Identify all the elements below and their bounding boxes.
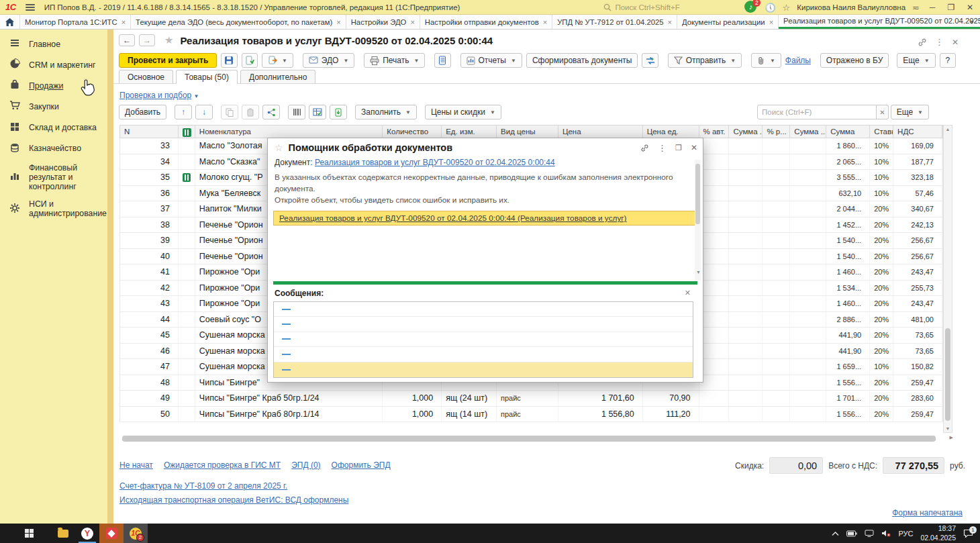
column-header-unit[interactable]: Ед. изм. <box>442 126 497 138</box>
get-link-icon[interactable] <box>918 38 927 47</box>
dialog-link-icon[interactable] <box>640 144 649 152</box>
status-link-2[interactable]: Ожидается проверка в ГИС МТ <box>164 460 281 470</box>
minimize-button[interactable]: ─ <box>926 3 938 12</box>
fill-button[interactable]: Заполнить▼ <box>355 105 417 119</box>
dialog-scrollbar[interactable] <box>695 160 701 281</box>
generate-documents-button[interactable]: Сформировать документы <box>526 53 638 68</box>
column-header-price_unit[interactable]: Цена ед. <box>643 126 699 138</box>
favorites-star-icon[interactable]: ☆ <box>783 3 791 13</box>
window-tab-4[interactable]: Настройки отправки документов× <box>420 15 552 29</box>
dialog-close-icon[interactable]: ✕ <box>691 143 697 152</box>
action-center-button[interactable]: 1 <box>963 529 973 538</box>
scroll-down-icon[interactable]: ▼ <box>944 426 952 431</box>
status-link-3[interactable]: ЭПД (0) <box>291 460 320 470</box>
message-dash-link[interactable] <box>282 324 291 325</box>
vetis-link[interactable]: Исходящая транспортная операция ВетИС: В… <box>119 495 348 505</box>
window-tab-1[interactable]: Монитор Портала 1С:ИТС× <box>20 15 131 29</box>
tab-close-icon[interactable]: × <box>769 18 773 26</box>
invoice-link[interactable]: Счет-фактура № УТ-8109 от 2 апреля 2025 … <box>119 481 287 491</box>
table-search-input[interactable] <box>757 105 877 119</box>
move-up-button[interactable]: ↑ <box>175 105 192 119</box>
dialog-star-icon[interactable]: ☆ <box>275 142 283 153</box>
prices-discounts-button[interactable]: Цены и скидки▼ <box>425 105 501 119</box>
message-row[interactable] <box>274 317 693 332</box>
maximize-button[interactable]: ❐ <box>945 3 957 12</box>
sidebar-item-4[interactable]: Закупки <box>0 96 107 117</box>
column-header-price_type[interactable]: Вид цены <box>497 126 558 138</box>
window-tab-7[interactable]: Реализация товаров и услуг ВДУТ-009520 о… <box>779 15 980 29</box>
column-header-sum[interactable]: Сумма <box>826 126 870 138</box>
back-button[interactable]: ← <box>119 34 135 46</box>
home-tab[interactable] <box>0 15 20 29</box>
column-header-qty[interactable]: Количество <box>383 126 442 138</box>
status-link-1[interactable]: Не начат <box>119 460 153 470</box>
create-based-on-button[interactable]: ▼ <box>262 53 293 68</box>
clock[interactable]: 18:37 02.04.2025 <box>920 524 956 542</box>
form-tab-1[interactable]: Основное <box>119 70 173 84</box>
1c-app-button[interactable]: 1С2 <box>124 524 148 543</box>
window-tab-3[interactable]: Настройки ЭДО× <box>346 15 420 29</box>
window-tab-2[interactable]: Текущие дела ЭДО (весь документооборот, … <box>131 15 346 29</box>
save-button[interactable] <box>221 53 237 68</box>
column-header-name[interactable]: Номенклатура <box>195 126 383 138</box>
tab-close-icon[interactable]: × <box>543 18 547 26</box>
column-header-pr[interactable]: % р... <box>763 126 790 138</box>
column-header-marker[interactable] <box>179 126 195 138</box>
column-header-sa[interactable]: Сумма ... <box>729 126 763 138</box>
delete-row-button[interactable] <box>242 105 259 119</box>
battery-icon[interactable] <box>846 530 857 537</box>
message-row[interactable] <box>274 362 693 377</box>
sidebar-item-1[interactable]: Главное <box>0 34 107 54</box>
tab-close-icon[interactable]: × <box>336 18 340 26</box>
tab-close-icon[interactable]: × <box>668 18 672 26</box>
favorite-star-icon[interactable]: ★ <box>164 34 173 46</box>
table-row[interactable]: 49Чипсы "Бингре" Краб 50гр.1/241,000ящ (… <box>120 391 942 407</box>
attachments-button[interactable]: ▼ <box>751 53 781 68</box>
form-close-icon[interactable]: ✕ <box>952 38 959 47</box>
file-explorer-button[interactable] <box>51 524 75 543</box>
message-row[interactable] <box>274 332 693 347</box>
sidebar-item-5[interactable]: Склад и доставка <box>0 117 107 138</box>
edo-send-button[interactable] <box>642 53 658 68</box>
post-and-close-button[interactable]: Провести и закрыть <box>119 53 217 68</box>
user-name[interactable]: Кирикова Наиля Валиулловна <box>797 3 905 11</box>
window-tab-5[interactable]: УПД № УТ-7912 от 01.04.2025× <box>552 15 677 29</box>
form-tab-2[interactable]: Товары (50) <box>176 70 238 84</box>
add-row-button[interactable]: Добавить <box>119 105 166 119</box>
main-menu-icon[interactable] <box>26 4 35 11</box>
forward-button[interactable]: → <box>139 34 155 46</box>
column-header-n[interactable]: N <box>120 126 179 138</box>
remote-app-button[interactable] <box>99 524 124 543</box>
message-dash-link[interactable] <box>282 309 291 310</box>
scroll-right-icon[interactable]: ▶ <box>950 435 953 440</box>
message-dash-link[interactable] <box>282 338 291 340</box>
volume-muted-icon[interactable] <box>881 530 891 537</box>
send-button[interactable]: Отправить▼ <box>668 53 742 68</box>
copy-row-button[interactable] <box>221 105 238 119</box>
status-link-4[interactable]: Оформить ЭПД <box>332 460 391 470</box>
search-clear-icon[interactable]: ✕ <box>877 105 889 119</box>
column-header-sb[interactable]: Сумма ... <box>790 126 826 138</box>
column-header-rate[interactable]: Ставка ... <box>870 126 893 138</box>
message-dash-link[interactable] <box>282 354 291 355</box>
structure-button[interactable] <box>262 105 280 119</box>
barcode-button[interactable] <box>288 105 305 119</box>
column-header-vat[interactable]: НДС <box>893 126 942 138</box>
post-button[interactable] <box>242 53 258 68</box>
network-icon[interactable] <box>865 530 874 537</box>
start-button[interactable] <box>17 524 42 543</box>
global-search[interactable]: Поиск Ctrl+Shift+F <box>603 3 738 11</box>
sidebar-item-8[interactable]: НСИ и администрирование <box>0 195 107 222</box>
dialog-document-link[interactable]: Реализация товаров и услуг ВДУТ-009520 о… <box>315 158 555 167</box>
dialog-scroll-thumb[interactable] <box>695 164 700 224</box>
message-row[interactable] <box>274 347 693 362</box>
dialog-maximize-icon[interactable]: ❒ <box>675 144 682 152</box>
form-printed-link[interactable]: Форма напечатана <box>892 508 963 517</box>
horizontal-scroll-thumb[interactable] <box>122 436 936 442</box>
window-tab-6[interactable]: Документы реализации× <box>677 15 779 29</box>
load-button[interactable] <box>330 105 347 119</box>
history-icon[interactable]: 🕔 <box>765 3 775 13</box>
more-button[interactable]: Еще▼ <box>897 53 935 68</box>
reports-button[interactable]: Отчеты▼ <box>460 53 522 68</box>
close-button[interactable]: ✕ <box>964 3 976 12</box>
